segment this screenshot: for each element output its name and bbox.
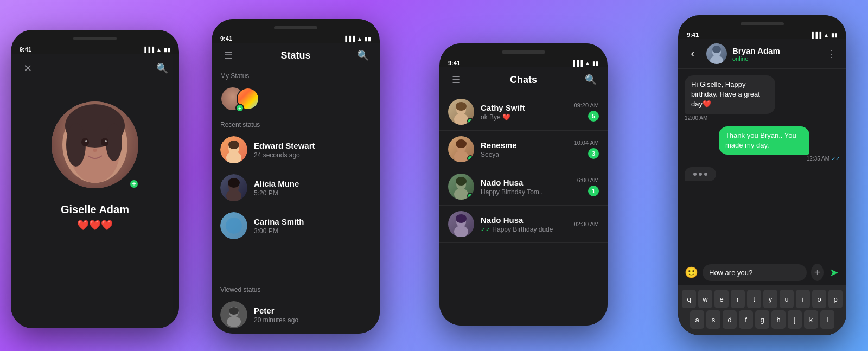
msg-time-sent: 12:35 AM ✓✓: [719, 156, 840, 162]
status-bar-2: 9:41 ▐▐▐ ▲ ▮▮: [212, 34, 380, 43]
status-info-peter: Peter 20 minutes ago: [254, 306, 371, 324]
time-2: 9:41: [220, 35, 232, 42]
battery-icon-3: ▮▮: [592, 60, 599, 66]
chat-info-nado2: Nado Husa ✓✓ Happy Birthday dude: [481, 215, 567, 233]
viewed-status-label: Viewed status: [212, 283, 380, 296]
status-icons-4: ▐▐▐ ▲ ▮▮: [810, 32, 838, 38]
key-q[interactable]: q: [682, 290, 696, 308]
status-icons-1: ▐▐▐ ▲ ▮▮: [143, 47, 170, 53]
more-button[interactable]: ⋮: [824, 46, 840, 62]
recent-status-list: Edward Stewart 24 seconds ago Alicia Mun…: [212, 131, 380, 283]
status-item-alicia[interactable]: Alicia Mune 5:20 PM: [212, 169, 380, 207]
chat-meta-nado2: 02:30 AM: [574, 221, 599, 227]
status-title: Status: [280, 50, 310, 61]
search-icon-2: 🔍: [357, 49, 369, 61]
key-o[interactable]: o: [812, 290, 826, 308]
avatar-face: [52, 101, 138, 188]
battery-icon-1: ▮▮: [164, 47, 170, 53]
key-i[interactable]: i: [796, 290, 810, 308]
keyboard-row-1: q w e r t y u i o p: [680, 290, 844, 308]
key-g[interactable]: g: [755, 310, 769, 329]
add-status-button[interactable]: +: [129, 179, 139, 189]
svg-point-24: [456, 102, 467, 111]
key-y[interactable]: y: [763, 290, 777, 308]
key-s[interactable]: s: [706, 310, 720, 329]
status-item-edward[interactable]: Edward Stewart 24 seconds ago: [212, 131, 380, 169]
close-button[interactable]: ✕: [20, 60, 36, 76]
svg-point-30: [456, 177, 467, 186]
key-l[interactable]: l: [820, 310, 834, 329]
my-status-avatars: +: [220, 86, 264, 113]
status-icons-3: ▐▐▐ ▲ ▮▮: [571, 60, 599, 66]
key-d[interactable]: d: [723, 310, 737, 329]
typing-dot-1: [693, 173, 697, 176]
signal-icon-3: ▐▐▐: [571, 60, 583, 66]
chat-info-renesme: Renesme Seeya: [481, 141, 567, 158]
svg-point-35: [710, 55, 723, 64]
svg-point-8: [105, 140, 107, 142]
key-w[interactable]: w: [698, 290, 712, 308]
search-button-3[interactable]: 🔍: [583, 72, 599, 88]
chat-name-cathy: Cathy Swift: [481, 103, 567, 112]
status-bar-1: 9:41 ▐▐▐ ▲ ▮▮: [11, 45, 179, 54]
notch-bar-1: [73, 37, 117, 40]
key-u[interactable]: u: [780, 290, 794, 308]
chat-item-nado2[interactable]: Nado Husa ✓✓ Happy Birthday dude 02:30 A…: [439, 206, 608, 243]
status-time-peter: 20 minutes ago: [254, 316, 371, 324]
face-svg: [52, 101, 138, 188]
attach-button[interactable]: +: [811, 264, 824, 281]
status-name-edward: Edward Stewart: [254, 141, 371, 150]
back-button[interactable]: ‹: [685, 46, 701, 62]
key-j[interactable]: j: [788, 310, 802, 329]
profile-emoji: ❤️❤️❤️: [77, 219, 113, 231]
chat-item-nado1[interactable]: Nado Husa Happy Birthday Tom.. 6:00 AM 1: [439, 168, 608, 206]
chat-name-nado2: Nado Husa: [481, 215, 567, 225]
search-icon-3: 🔍: [585, 74, 597, 86]
online-dot-cathy: [467, 118, 474, 124]
chat-preview-nado2: ✓✓ Happy Birthday dude: [481, 226, 567, 233]
key-r[interactable]: r: [731, 290, 745, 308]
search-button[interactable]: 🔍: [154, 60, 170, 76]
chats-header: ☰ Chats 🔍: [439, 67, 608, 93]
msg-text-received: Hi Giselle, Happy birthday. Have a great…: [691, 80, 760, 108]
key-f[interactable]: f: [739, 310, 753, 329]
key-k[interactable]: k: [804, 310, 818, 329]
chats-screen: ☰ Chats 🔍 Cathy Swift ok Bye ❤️ 09:: [439, 67, 608, 326]
chat-item-renesme[interactable]: Renesme Seeya 10:04 AM 3: [439, 131, 608, 168]
chat-detail-screen: ‹ Bryan Adam online ⋮ Hi Giselle, Happy …: [678, 39, 846, 335]
key-p[interactable]: p: [828, 290, 843, 308]
key-t[interactable]: t: [747, 290, 761, 308]
notch-2: [212, 19, 380, 34]
menu-button-2[interactable]: ☰: [220, 47, 237, 63]
msg-text-sent: Thank you Bryan.. You made my day.: [725, 131, 796, 149]
avatar-edward: [220, 136, 247, 163]
svg-point-33: [456, 214, 467, 223]
key-e[interactable]: e: [714, 290, 729, 308]
svg-point-15: [228, 178, 240, 188]
emoji-button[interactable]: 🙂: [685, 264, 698, 280]
add-my-status-btn[interactable]: +: [235, 104, 244, 112]
wifi-icon-3: ▲: [585, 60, 590, 66]
chat-detail-info: Bryan Adam online: [732, 46, 818, 62]
key-a[interactable]: a: [690, 310, 704, 329]
search-button-2[interactable]: 🔍: [355, 47, 371, 63]
message-input[interactable]: [703, 264, 807, 281]
status-icons-2: ▐▐▐ ▲ ▮▮: [343, 36, 371, 42]
my-status-row[interactable]: +: [212, 82, 380, 118]
time-4: 9:41: [687, 31, 699, 38]
send-button[interactable]: ➤: [828, 264, 840, 280]
chat-time-cathy: 09:20 AM: [574, 102, 599, 109]
key-h[interactable]: h: [771, 310, 786, 329]
avatar-carina: [220, 212, 247, 239]
status-info-edward: Edward Stewart 24 seconds ago: [254, 141, 371, 159]
msg-time-received: 12:00 AM: [685, 115, 806, 121]
chat-name-renesme: Renesme: [481, 141, 567, 150]
menu-button-3[interactable]: ☰: [448, 72, 464, 88]
chat-meta-cathy: 09:20 AM 5: [574, 102, 599, 122]
chat-avatar-nado1: [448, 174, 474, 200]
chat-item-cathy[interactable]: Cathy Swift ok Bye ❤️ 09:20 AM 5: [439, 93, 608, 131]
status-item-peter[interactable]: Peter 20 minutes ago: [212, 296, 380, 334]
typing-dot-3: [704, 173, 707, 176]
status-item-carina[interactable]: Carina Smith 3:00 PM: [212, 207, 380, 245]
chat-avatar-renesme: [448, 136, 474, 162]
